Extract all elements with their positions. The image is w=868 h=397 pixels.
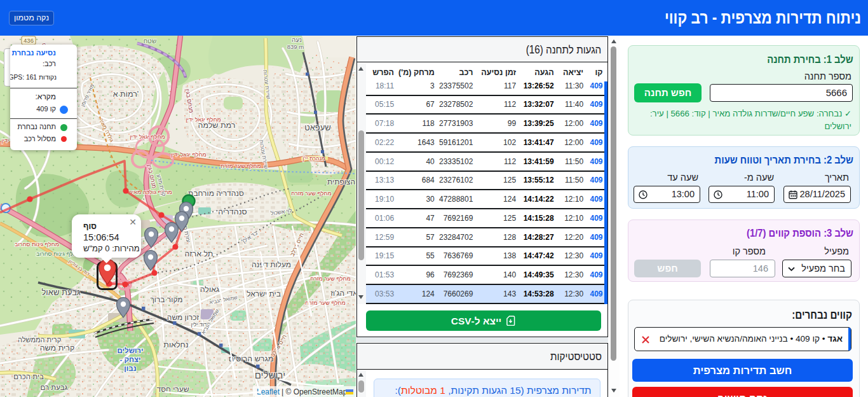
svg-text:מנהרת יי'ן: מנהרת יי'ן [302, 155, 325, 162]
svg-text:קרית משה: קרית משה [40, 344, 75, 352]
svg-text:נחלאות: נחלאות [163, 340, 188, 349]
svg-text:גאולה: גאולה [200, 285, 220, 294]
svg-text:| © OpenStreetMap: | © OpenStreetMap [281, 387, 348, 396]
svg-text:מקור ברוך: מקור ברוך [150, 295, 182, 304]
svg-text:מחלף יגאל ידין: מחלף יגאל ידין [186, 116, 221, 123]
svg-text:שעפאט: שעפאט [304, 123, 331, 132]
svg-text:גבעת שאול: גבעת שאול [41, 288, 81, 297]
svg-text:נבון: נבון [124, 365, 136, 372]
svg-text:מחלף גינות סחרוב: מחלף גינות סחרוב [15, 241, 59, 247]
svg-text:זכרון משה: זכרון משה [167, 313, 200, 322]
svg-text:ירושלים: ירושלים [118, 347, 144, 354]
svg-text:תל ארזה: תל ארזה [185, 249, 214, 258]
svg-text:מחלף שער מזרח: מחלף שער מזרח [220, 163, 261, 169]
svg-text:הצופתית: הצופתית [327, 178, 355, 186]
svg-text:מחלף שער מזרח: מחלף שער מזרח [305, 300, 345, 306]
svg-text:- יצחק: - יצחק [119, 356, 140, 363]
svg-text:436: 436 [24, 37, 34, 44]
svg-text:קרית הממשלה: קרית הממשלה [18, 336, 61, 344]
svg-text:מעלות דפנה: מעלות דפנה [252, 260, 291, 269]
svg-text:בית הכרם: בית הכרם [13, 373, 44, 380]
svg-text:מגרש הרוסים: מגרש הרוסים [229, 354, 274, 363]
svg-text:נעה: נעה [292, 36, 302, 43]
svg-text:סנהדריה: סנהדריה [218, 207, 247, 216]
svg-text:רמות א': רמות א' [113, 90, 139, 99]
svg-text:בית ישראל: בית ישראל [247, 289, 281, 298]
svg-text:שטח: שטח [144, 38, 156, 45]
svg-text:מחלף יגאל ידין: מחלף יגאל ידין [171, 151, 207, 158]
svg-text:מחלף יגאל ידין: מחלף יגאל ידין [130, 134, 165, 140]
svg-text:ואדי הג'וז: ואדי הג'וז [330, 289, 356, 298]
svg-text:מחלף שער מזרח: מחלף שער מזרח [310, 275, 350, 282]
svg-text:839 m: 839 m [287, 43, 304, 50]
svg-text:גבעת רם: גבעת רם [41, 384, 68, 391]
svg-text:סנהדריה מורחבת: סנהדריה מורחבת [188, 189, 244, 198]
svg-text:מחלף שער מזרח: מחלף שער מזרח [291, 190, 331, 197]
